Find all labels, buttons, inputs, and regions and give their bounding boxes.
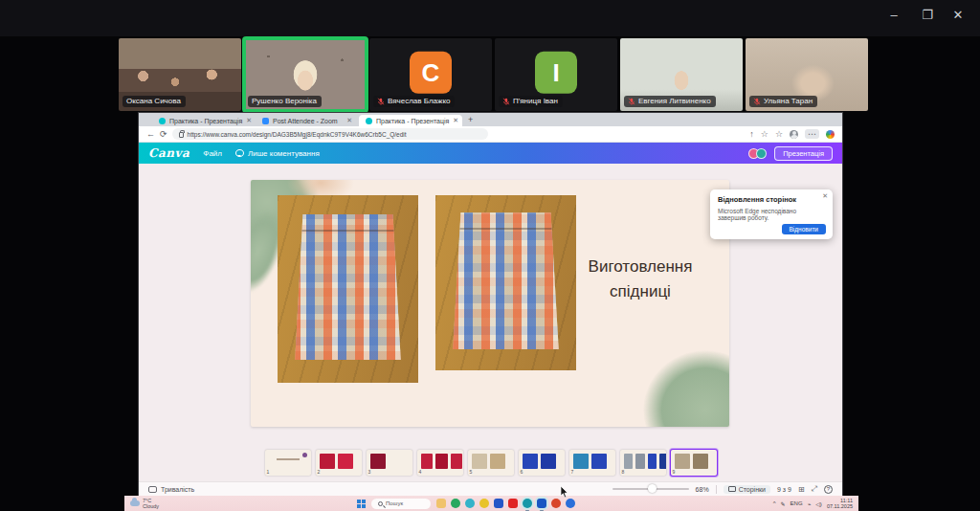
url-box[interactable]: https://www.canva.com/design/DAG3B5Mgj8/…	[172, 128, 488, 140]
restore-button[interactable]: Відновити	[782, 224, 826, 234]
chrome-icon[interactable]	[479, 499, 489, 508]
status-bar-right: 68% Сторінки 9 з 9 ⊞ ⤢ ?	[612, 484, 833, 494]
presentation-slide[interactable]: Виготовлення спідниці	[251, 180, 729, 427]
thumb-image-block	[693, 454, 708, 469]
windows-taskbar: 7°C Cloudy Пошук ^ ✎ ENG ⌁ ◁) 11:11 07.1…	[124, 496, 858, 511]
thumb-title-line	[277, 458, 300, 460]
pages-button-label: Сторінки	[739, 486, 766, 493]
language-indicator[interactable]: ENG	[791, 500, 803, 506]
participant-tile[interactable]: IП'яниця Іван	[495, 38, 617, 111]
thumb-image-block	[523, 454, 538, 469]
cloud-icon	[130, 500, 140, 506]
collections-star-icon[interactable]: ☆	[775, 129, 783, 139]
zoom-app-icon[interactable]	[523, 499, 532, 508]
slide-thumbnail[interactable]: 4	[417, 450, 463, 476]
grid-view-icon[interactable]: ⊞	[798, 485, 805, 494]
tab-close-icon[interactable]: ✕	[246, 117, 252, 124]
popup-title: Відновлення сторінок	[718, 195, 825, 204]
word-icon[interactable]	[537, 499, 546, 508]
profile-icon[interactable]	[790, 130, 798, 139]
slide-thumbnail[interactable]: 3	[367, 450, 412, 476]
weather-widget[interactable]: 7°C Cloudy	[130, 498, 159, 509]
slide-title[interactable]: Виготовлення спідниці	[568, 255, 712, 303]
thumb-image-block	[635, 454, 645, 469]
participant-tile[interactable]: CВячеслав Блажко	[369, 38, 492, 111]
help-icon[interactable]: ?	[824, 485, 833, 494]
search-icon	[378, 501, 383, 506]
green-app-icon[interactable]	[451, 499, 460, 508]
slide-thumbnail[interactable]: 7	[569, 450, 615, 476]
thumb-number: 9	[673, 469, 676, 475]
tab-title: Практика - Презентація	[169, 118, 242, 124]
participant-name-label: Ульяна Таран	[749, 96, 817, 107]
pages-icon	[728, 486, 736, 492]
windows-start-icon[interactable]	[357, 500, 366, 508]
skirt-photo-back[interactable]	[435, 195, 576, 370]
youtube-icon[interactable]	[508, 499, 518, 508]
fullscreen-icon[interactable]: ⤢	[812, 484, 817, 494]
page-indicator: 9 з 9	[777, 486, 791, 493]
tab-close-icon[interactable]: ✕	[346, 117, 352, 124]
browser-address-bar: ← ⟳ https://www.canva.com/design/DAG3B5M…	[139, 126, 842, 143]
duration-control[interactable]: Тривалість	[148, 486, 194, 493]
network-icon[interactable]: ⌁	[808, 500, 812, 507]
blue-app-icon[interactable]	[566, 499, 575, 508]
taskbar-clock[interactable]: 11:11 07.11.2025	[827, 498, 853, 510]
browser-toolbar-icons: ↑ ☆ ☆ ⋯	[749, 129, 835, 139]
close-icon[interactable]: ✕	[944, 8, 972, 22]
slide-thumbnail[interactable]: 9	[671, 450, 717, 476]
slide-thumbnail[interactable]: 6	[519, 450, 565, 476]
save-app-icon[interactable]	[494, 499, 503, 508]
thumb-number: 3	[368, 469, 371, 475]
thumb-number: 6	[521, 469, 523, 475]
plaid-skirt	[292, 214, 405, 361]
participant-name-label: П'яниця Іван	[499, 96, 563, 107]
new-tab-button[interactable]: +	[468, 115, 473, 124]
back-icon[interactable]: ←	[146, 129, 155, 139]
volume-icon[interactable]: ◁)	[815, 500, 822, 507]
zoom-slider-knob[interactable]	[648, 484, 657, 493]
edge-icon[interactable]	[465, 499, 475, 508]
minimize-icon[interactable]: –	[880, 8, 908, 22]
canva-logo[interactable]: Canva	[148, 146, 189, 160]
participant-tile[interactable]: Ульяна Таран	[746, 38, 868, 111]
tray-pen-icon[interactable]: ✎	[781, 500, 786, 507]
participant-tile[interactable]: Рушенко Вероніка	[244, 38, 367, 111]
browser-profile-avatar[interactable]	[826, 130, 835, 139]
comment-mode[interactable]: Лише коментування	[235, 149, 320, 158]
present-button[interactable]: Презентація	[774, 146, 833, 161]
duration-label: Тривалість	[161, 486, 194, 493]
tab-close-icon[interactable]: ✕	[453, 117, 458, 124]
folder-icon[interactable]	[436, 499, 446, 508]
zoom-slider[interactable]	[612, 488, 689, 490]
more-menu-icon[interactable]: ⋯	[805, 129, 819, 139]
slide-thumbnail[interactable]: 2	[316, 450, 362, 476]
file-menu[interactable]: Файл	[203, 149, 222, 158]
browser-tab[interactable]: Практика - Презентація ✕	[152, 115, 256, 126]
restore-icon[interactable]: ❐	[913, 8, 942, 22]
thumb-number: 2	[318, 469, 321, 475]
thumb-image-block	[648, 454, 657, 469]
pages-button[interactable]: Сторінки	[724, 485, 770, 494]
favorites-star-icon[interactable]: ☆	[761, 129, 768, 139]
thumb-image-block	[451, 454, 463, 469]
slide-filmstrip: 123456789	[139, 444, 842, 481]
participant-tile[interactable]: Евгения Литвиненко	[620, 38, 743, 111]
taskbar-search[interactable]: Пошук	[371, 499, 431, 509]
skirt-photo-front[interactable]	[278, 195, 418, 383]
browser-tab-active[interactable]: Практика - Презентація ✕	[359, 115, 462, 126]
lock-icon	[179, 132, 184, 138]
browser-tab[interactable]: Post Attendee - Zoom ✕	[256, 115, 359, 126]
thumb-image-block	[338, 454, 353, 469]
slide-thumbnail[interactable]: 8	[620, 450, 666, 476]
participant-tile[interactable]: Оксана Сичова	[119, 38, 241, 111]
mouse-cursor	[560, 486, 568, 499]
slide-thumbnail[interactable]: 1	[265, 450, 311, 476]
popup-close-icon[interactable]: ✕	[822, 192, 828, 200]
tray-chevron-icon[interactable]: ^	[773, 500, 776, 506]
opera-icon[interactable]	[551, 499, 561, 508]
share-icon[interactable]: ↑	[749, 129, 754, 139]
refresh-icon[interactable]: ⟳	[160, 129, 167, 139]
collaborator-avatar[interactable]	[756, 148, 767, 159]
slide-thumbnail[interactable]: 5	[468, 450, 514, 476]
